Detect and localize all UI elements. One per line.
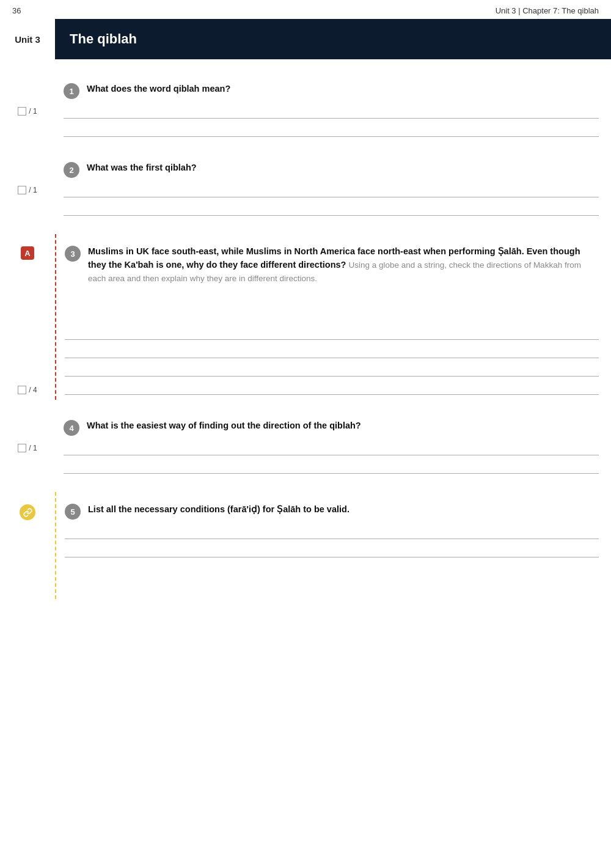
q3-score-row: / 4 [18,386,37,394]
q3-answer-line-1 [65,326,599,340]
q2-checkbox[interactable] [18,186,26,194]
unit-label: Unit 3 [0,19,55,59]
q3-left-margin: A / 4 [0,234,55,400]
q3-question-text: Muslims in UK face south-east, while Mus… [88,245,599,285]
header-right: Unit 3 | Chapter 7: The qiblah [496,6,599,15]
q1-left-margin: / 1 [0,72,55,142]
q5-question-row: 5 List all the necessary conditions (far… [65,492,599,520]
page-header: 36 Unit 3 | Chapter 7: The qiblah [0,0,611,19]
q3-score: / 4 [29,386,37,394]
q2-score: / 1 [29,186,37,194]
q5-answer-line-1 [65,526,599,539]
unit-header: Unit 3 The qiblah [0,19,611,59]
page-container: 36 Unit 3 | Chapter 7: The qiblah Unit 3… [0,0,611,868]
q1-score: / 1 [29,107,37,116]
q4-answer-line-2 [64,460,599,474]
badge-link [20,504,35,520]
q1-answer-line-2 [64,123,599,137]
q5-number-circle: 5 [65,504,81,520]
q2-left-margin: / 1 [0,150,55,221]
q4-question-text: What is the easiest way of finding out t… [87,419,599,433]
q1-right: 1 What does the word qiblah mean? [55,72,611,142]
q2-answer-line-2 [64,202,599,216]
q4-question-row: 4 What is the easiest way of finding out… [64,408,599,436]
q2-question-text: What was the first qiblah? [87,161,599,175]
q4-checkbox[interactable] [18,444,26,452]
q3-right: 3 Muslims in UK face south-east, while M… [55,234,611,400]
q4-score: / 1 [29,444,37,452]
q3-checkbox[interactable] [18,386,26,394]
q2-question-row: 2 What was the first qiblah? [64,150,599,178]
q3-number-circle: 3 [65,246,81,262]
q1-question-row: 1 What does the word qiblah mean? [64,72,599,99]
q1-score-row: / 1 [18,107,37,116]
chapter-title: The qiblah [70,31,137,47]
q1-number-circle: 1 [64,83,79,99]
q2-wrapper: / 1 2 What was the first qiblah? [0,150,611,221]
q1-question-text: What does the word qiblah mean? [87,83,599,96]
q3-answer-line-2 [65,345,599,358]
q4-number-circle: 4 [64,420,79,436]
q4-wrapper: / 1 4 What is the easiest way of finding… [0,408,611,479]
q1-wrapper: / 1 1 What does the word qiblah mean? [0,72,611,142]
q1-answer-line-1 [64,105,599,119]
q1-checkbox[interactable] [18,107,26,116]
q2-score-row: / 1 [18,186,37,194]
q3-question-row: 3 Muslims in UK face south-east, while M… [65,234,599,285]
q4-score-row: / 1 [18,444,37,452]
page-number: 36 [12,6,21,15]
q5-left-margin [0,492,55,599]
chapter-title-banner: The qiblah [55,19,611,59]
badge-a: A [21,246,34,260]
q5-answer-line-2 [65,544,599,557]
q3-answer-line-3 [65,363,599,377]
q4-right: 4 What is the easiest way of finding out… [55,408,611,479]
q2-number-circle: 2 [64,162,79,178]
q3-answer-line-4 [65,381,599,395]
q4-answer-line-1 [64,442,599,455]
q5-wrapper: 5 List all the necessary conditions (far… [0,492,611,599]
q5-question-text: List all the necessary conditions (farā'… [88,503,599,517]
q4-left-margin: / 1 [0,408,55,479]
q5-right: 5 List all the necessary conditions (far… [55,492,611,599]
q3-wrapper: A / 4 3 Muslims in UK face south-east, w… [0,234,611,400]
q2-answer-line-1 [64,184,599,197]
q2-right: 2 What was the first qiblah? [55,150,611,221]
